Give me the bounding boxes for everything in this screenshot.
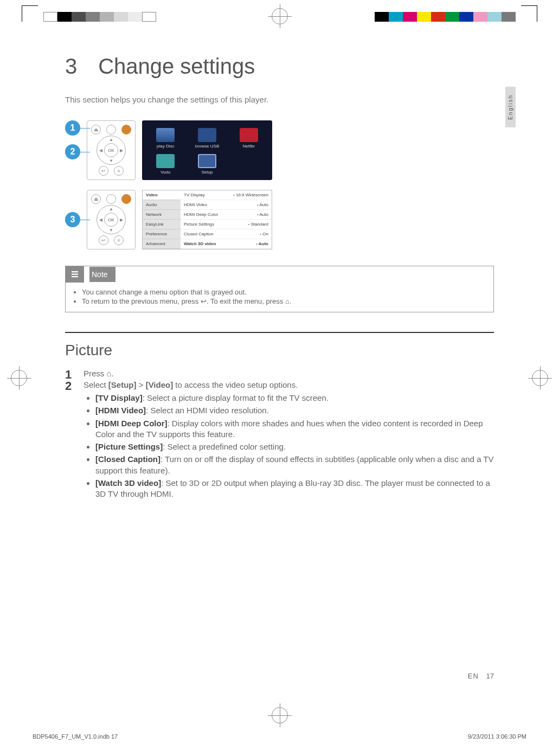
option-item: [Closed Caption]: Turn on or off the dis… — [95, 454, 494, 476]
section-rule — [65, 332, 494, 333]
setting-label: Closed Caption — [184, 232, 214, 236]
registration-mark-icon — [272, 8, 288, 24]
settings-options: TV Display16:9 Widescreen HDMI VideoAuto… — [181, 190, 272, 249]
imprint-footer: BDP5406_F7_UM_V1.0.indb 17 9/23/2011 3:0… — [33, 733, 526, 740]
app-label: Netflix — [243, 144, 255, 149]
option-item: [Picture Settings]: Select a predefined … — [95, 441, 494, 452]
app-label: Vudu — [160, 170, 170, 175]
setting-value: Auto — [256, 241, 268, 246]
svg-rect-2 — [72, 276, 78, 277]
remote-back-icon: ↩ — [99, 235, 108, 245]
imprint-file: BDP5406_F7_UM_V1.0.indb 17 — [33, 733, 118, 740]
step-2: Select [Setup] > [Video] to access the v… — [65, 380, 494, 499]
remote-ok-button: OK — [104, 213, 118, 227]
crop-mark — [521, 5, 537, 22]
chapter-number: 3 — [65, 54, 92, 79]
note-icon — [66, 266, 84, 283]
sidebar-item: Audio — [143, 200, 181, 210]
remote-options-icon: ≡ — [114, 235, 124, 245]
chapter-title: Change settings — [98, 54, 255, 78]
remote-menu-icon — [106, 194, 116, 204]
home-menu-screenshot: play Disc browse USB Netflix Vudu Setup — [142, 120, 272, 180]
figure-home-menu: 1 2 ⏏ ▲▼◀▶ OK ↩ ≡ play Disc browse USB N… — [65, 120, 494, 180]
setting-value: Auto — [257, 212, 268, 217]
calibration-bar-grayscale — [43, 12, 156, 22]
svg-rect-0 — [72, 271, 78, 272]
settings-sidebar: Video Audio Network EasyLink Preference … — [143, 190, 181, 249]
browse-usb-icon — [198, 128, 216, 142]
step-1: Press ⌂. — [65, 369, 494, 378]
setting-value: Standard — [248, 222, 269, 227]
settings-menu-screenshot: Video Audio Network EasyLink Preference … — [142, 190, 272, 249]
netflix-icon — [240, 128, 258, 142]
remote-home-icon — [121, 194, 131, 204]
chapter-heading: 3 Change settings — [65, 54, 494, 79]
sidebar-item: Advanced — [143, 239, 181, 249]
setup-icon — [198, 154, 216, 168]
figure-settings: 3 ⏏ ▲▼◀▶ OK ↩ ≡ Video Audio Network Easy… — [65, 190, 494, 249]
note-item: To return to the previous menu, press ↩.… — [82, 297, 486, 305]
language-tab: English — [505, 87, 516, 127]
option-item: [HDMI Deep Color]: Display colors with m… — [95, 418, 494, 440]
remote-disc-icon: ⏏ — [91, 194, 101, 204]
remote-dpad: ▲▼◀▶ OK — [97, 136, 126, 165]
remote-ok-button: OK — [104, 143, 118, 157]
app-label: Setup — [202, 170, 213, 175]
svg-rect-1 — [72, 274, 78, 275]
play-disc-icon — [156, 128, 175, 142]
crop-mark — [22, 5, 38, 22]
note-box: Note You cannot change a menu option tha… — [65, 266, 494, 312]
page-number: EN 17 — [468, 672, 494, 680]
step-text: Select [Setup] > [Video] to access the v… — [83, 380, 298, 389]
step-text: Press ⌂. — [83, 369, 114, 378]
calibration-bar-color — [375, 12, 516, 22]
setting-label: Picture Settings — [184, 222, 214, 227]
option-item: [Watch 3D video]: Set to 3D or 2D output… — [95, 478, 494, 500]
sidebar-item: EasyLink — [143, 220, 181, 229]
registration-mark-icon — [532, 370, 548, 386]
callout-3: 3 — [65, 212, 80, 227]
imprint-date: 9/23/2011 3:06:30 PM — [468, 733, 526, 740]
callout-2: 2 — [65, 144, 80, 159]
intro-text: This section helps you change the settin… — [65, 95, 494, 104]
remote-menu-icon — [106, 125, 116, 134]
setting-label: Watch 3D video — [184, 241, 216, 246]
remote-home-icon — [121, 125, 131, 134]
option-item: [HDMI Video]: Select an HDMI video resol… — [95, 405, 494, 416]
note-title: Note — [89, 267, 115, 282]
setting-label: HDMI Deep Color — [184, 212, 218, 217]
sidebar-item: Video — [143, 190, 181, 200]
remote-dpad: ▲▼◀▶ OK — [97, 205, 126, 234]
remote-options-icon: ≡ — [114, 166, 124, 176]
sidebar-item: Network — [143, 210, 181, 220]
callout-1: 1 — [65, 120, 80, 136]
setting-label: HDMI Video — [184, 202, 207, 207]
note-item: You cannot change a menu option that is … — [82, 288, 486, 296]
app-label: play Disc — [157, 144, 174, 149]
vudu-icon — [156, 154, 175, 168]
registration-mark-icon — [11, 370, 27, 386]
section-heading-picture: Picture — [65, 342, 494, 359]
option-item: [TV Display]: Select a picture display f… — [95, 393, 494, 403]
remote-back-icon: ↩ — [99, 166, 108, 176]
setting-label: TV Display — [184, 193, 205, 197]
setting-value: Auto — [257, 202, 268, 207]
registration-mark-icon — [272, 707, 288, 723]
remote-disc-icon: ⏏ — [91, 125, 101, 134]
sidebar-item: Preference — [143, 229, 181, 239]
remote-illustration: ⏏ ▲▼◀▶ OK ↩ ≡ — [87, 120, 136, 180]
app-label: browse USB — [195, 144, 219, 149]
setting-value: 16:9 Widescreen — [233, 193, 268, 197]
remote-illustration: ⏏ ▲▼◀▶ OK ↩ ≡ — [87, 190, 136, 249]
setting-value: On — [260, 232, 268, 236]
